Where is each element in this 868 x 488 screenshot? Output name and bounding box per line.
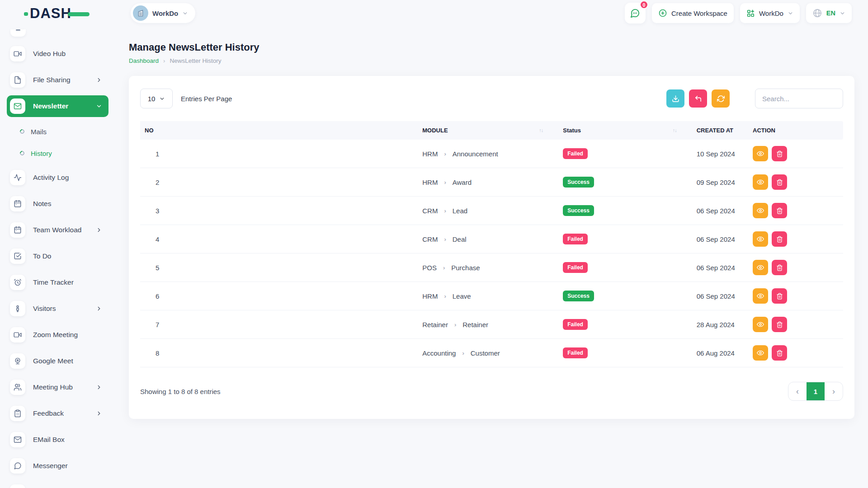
row-actions	[753, 146, 839, 161]
submodule-name: Leave	[453, 292, 471, 300]
chevron-right-icon: ›	[462, 350, 464, 357]
table-controls: 10 Entries Per Page	[140, 89, 843, 108]
chevron-right-icon	[96, 384, 102, 390]
view-button[interactable]	[753, 231, 768, 247]
sidebar-item-partial[interactable]	[10, 29, 26, 37]
refresh-button[interactable]	[712, 89, 730, 108]
file-icon	[10, 72, 25, 88]
chevron-down-icon	[96, 103, 102, 109]
chevron-right-icon	[96, 410, 102, 417]
column-header[interactable]: CREATED AT ↑↓	[692, 121, 748, 140]
view-button[interactable]	[753, 174, 768, 190]
view-button[interactable]	[753, 288, 768, 304]
workspace-switcher[interactable]: WorkDo	[131, 3, 195, 23]
clipboard-icon	[10, 406, 25, 421]
delete-button[interactable]	[772, 231, 787, 247]
delete-button[interactable]	[772, 203, 787, 218]
view-button[interactable]	[753, 203, 768, 218]
row-number: 6	[140, 282, 418, 310]
sort-icon: ↑↓	[729, 127, 733, 133]
eye-icon	[757, 178, 764, 186]
create-workspace-button[interactable]: Create Workspace	[652, 3, 734, 23]
sidebar-item-label: Meeting Hub	[33, 383, 73, 391]
sidebar-item[interactable]: Activity Log	[7, 167, 108, 188]
status-badge: Success	[563, 177, 594, 188]
main-content: Manage NewsLetter History Dashboard › Ne…	[115, 26, 868, 488]
sidebar-item[interactable]: Time Tracker	[7, 272, 108, 293]
message-icon	[10, 458, 25, 474]
delete-button[interactable]	[772, 146, 787, 161]
sidebar-item[interactable]: Hospital	[7, 481, 108, 488]
export-button[interactable]	[666, 89, 684, 108]
module-name: HRM	[422, 178, 438, 186]
status-badge: Success	[563, 205, 594, 216]
chevron-down-icon	[840, 10, 845, 16]
status-badge: Failed	[563, 148, 588, 159]
sidebar-item[interactable]: Meeting Hub	[7, 376, 108, 398]
mail-icon	[10, 432, 25, 447]
app-logo[interactable]: DASH	[30, 6, 71, 20]
sidebar-item[interactable]: File Sharing	[7, 69, 108, 91]
sidebar-item[interactable]: Zoom Meeting	[7, 324, 108, 346]
undo-button[interactable]	[689, 89, 707, 108]
sidebar-item[interactable]: Messenger	[7, 455, 108, 477]
view-button[interactable]	[753, 146, 768, 161]
column-header[interactable]: MODULE ↑↓	[418, 121, 558, 140]
history-card: 10 Entries Per Page	[129, 76, 854, 419]
sidebar-item[interactable]: Visitors	[7, 298, 108, 319]
created-at: 28 Aug 2024	[692, 310, 748, 339]
sidebar-item[interactable]: Team Workload	[7, 219, 108, 241]
refresh-icon	[717, 95, 725, 103]
chevron-down-icon	[182, 10, 188, 16]
account-menu-button[interactable]: WorkDo	[740, 3, 800, 23]
webcam-icon	[10, 353, 25, 369]
chevron-right-icon	[96, 77, 102, 83]
sidebar-item[interactable]: Notes	[7, 193, 108, 215]
eye-icon	[757, 207, 764, 214]
delete-button[interactable]	[772, 260, 787, 275]
sidebar-item[interactable]: EMail Box	[7, 429, 108, 450]
delete-button[interactable]	[772, 345, 787, 361]
pagination-page-1[interactable]: 1	[807, 382, 825, 400]
chevron-right-icon: ›	[444, 293, 446, 300]
breadcrumb-dashboard-link[interactable]: Dashboard	[129, 57, 159, 64]
sidebar-subitem[interactable]: History	[7, 143, 108, 163]
sidebar-subitem[interactable]: Mails	[7, 122, 108, 141]
delete-button[interactable]	[772, 317, 787, 332]
sidebar-item[interactable]: Newsletter	[7, 95, 108, 117]
sidebar-item-label: Video Hub	[33, 50, 66, 58]
submodule-name: Deal	[453, 235, 467, 243]
row-number: 3	[140, 197, 418, 225]
chevron-right-icon: ›	[443, 264, 445, 271]
sidebar-item[interactable]: To Do	[7, 245, 108, 267]
plus-circle-icon	[658, 9, 667, 18]
trash-icon	[776, 179, 783, 186]
sidebar-item[interactable]: Google Meet	[7, 350, 108, 372]
sidebar-item[interactable]: Feedback	[7, 403, 108, 424]
download-icon	[672, 95, 679, 103]
search-input[interactable]	[755, 89, 843, 108]
column-header[interactable]: ACTION	[748, 121, 843, 140]
users-icon	[10, 380, 25, 395]
pagination-next-button[interactable]: ›	[825, 382, 843, 400]
undo-arrow-icon	[694, 95, 702, 103]
view-button[interactable]	[753, 260, 768, 275]
account-menu-label: WorkDo	[759, 9, 783, 17]
column-header[interactable]: NO	[140, 121, 418, 140]
created-at: 06 Aug 2024	[692, 339, 748, 367]
sidebar-item-label: Activity Log	[33, 174, 69, 182]
module-name: Accounting	[422, 349, 456, 357]
delete-button[interactable]	[772, 174, 787, 190]
entries-per-page-select[interactable]: 10	[140, 89, 173, 108]
column-header[interactable]: Status ↑↓	[558, 121, 692, 140]
table-row: 5 POS › Purchase Failed	[140, 253, 843, 282]
pagination-prev-button[interactable]: ‹	[788, 382, 807, 400]
delete-button[interactable]	[772, 288, 787, 304]
messages-button[interactable]: 0	[625, 3, 646, 23]
language-selector[interactable]: EN	[806, 3, 852, 23]
sidebar-item[interactable]: Video Hub	[7, 43, 108, 65]
view-button[interactable]	[753, 345, 768, 361]
mail-icon	[10, 99, 25, 114]
module-name: Retainer	[422, 321, 448, 328]
view-button[interactable]	[753, 317, 768, 332]
